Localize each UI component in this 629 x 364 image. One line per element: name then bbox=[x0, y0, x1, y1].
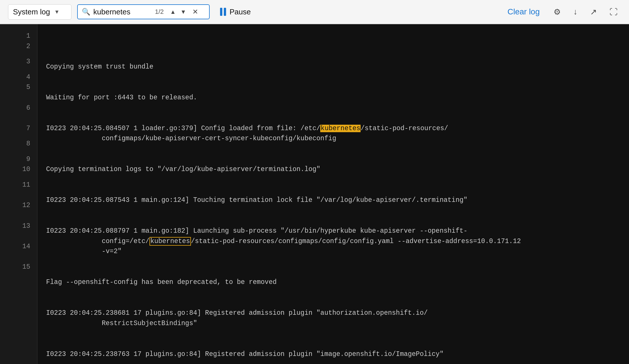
download-icon: ↓ bbox=[573, 7, 577, 16]
external-link-button[interactable]: ↗ bbox=[587, 5, 600, 19]
log-line-7: Flag --openshift-config has been depreca… bbox=[46, 277, 620, 288]
log-line-3: I0223 20:04:25.084507 1 loader.go:379] C… bbox=[46, 124, 620, 144]
search-nav: ▲ ▼ bbox=[168, 8, 188, 16]
search-box: 🔍 1/2 ▲ ▼ ✕ bbox=[77, 4, 210, 19]
line-num-11: 11 bbox=[0, 175, 37, 195]
log-line-5: I0223 20:04:25.087543 1 main.go:124] Tou… bbox=[46, 195, 620, 206]
log-line-8: I0223 20:04:25.238681 17 plugins.go:84] … bbox=[46, 308, 620, 329]
search-count: 1/2 bbox=[155, 8, 164, 16]
line-num-12: 12 bbox=[0, 195, 37, 216]
line-num-13: 13 bbox=[0, 216, 37, 236]
chevron-down-icon: ▾ bbox=[55, 8, 58, 16]
line-numbers: 1 2 3 4 5 6 7 8 9 10 11 12 13 14 15 bbox=[0, 24, 37, 364]
line-num-3: 3 bbox=[0, 52, 37, 72]
line-num-9: 9 bbox=[0, 154, 37, 165]
settings-icon: ⚙ bbox=[554, 7, 561, 16]
fullscreen-icon: ⛶ bbox=[609, 7, 617, 16]
line-num-5: 5 bbox=[0, 82, 37, 93]
search-highlight-2: kubernetes bbox=[149, 237, 191, 246]
log-line-4: Copying termination logs to "/var/log/ku… bbox=[46, 164, 620, 175]
log-line-2: Waiting for port :6443 to be released. bbox=[46, 93, 620, 103]
line-num-15: 15 bbox=[0, 257, 37, 277]
log-line-9: I0223 20:04:25.238763 17 plugins.go:84] … bbox=[46, 349, 620, 360]
line-num-10: 10 bbox=[0, 164, 37, 175]
toolbar: System log ▾ 🔍 1/2 ▲ ▼ ✕ Pause Clear log… bbox=[0, 0, 629, 24]
clear-log-button[interactable]: Clear log bbox=[503, 5, 544, 19]
line-num-7: 7 bbox=[0, 124, 37, 134]
log-selector-dropdown[interactable]: System log ▾ bbox=[8, 4, 71, 20]
search-icon: 🔍 bbox=[82, 8, 90, 16]
line-num-6: 6 bbox=[0, 93, 37, 124]
external-link-icon: ↗ bbox=[590, 7, 597, 16]
line-num-14: 14 bbox=[0, 236, 37, 257]
log-selector-label: System log bbox=[13, 7, 50, 16]
pause-icon bbox=[220, 8, 226, 16]
settings-button[interactable]: ⚙ bbox=[550, 5, 564, 19]
pause-button[interactable]: Pause bbox=[215, 5, 255, 19]
search-next-button[interactable]: ▼ bbox=[179, 8, 188, 16]
log-content: Copying system trust bundle Waiting for … bbox=[37, 24, 629, 364]
search-input[interactable] bbox=[93, 7, 151, 16]
pause-label: Pause bbox=[230, 7, 251, 16]
line-num-1: 1 bbox=[0, 31, 37, 41]
log-line-6: I0223 20:04:25.088797 1 main.go:182] Lau… bbox=[46, 226, 620, 257]
line-num-4: 4 bbox=[0, 72, 37, 83]
log-line-1: Copying system trust bundle bbox=[46, 62, 620, 72]
line-num-2: 2 bbox=[0, 41, 37, 52]
log-area: 1 2 3 4 5 6 7 8 9 10 11 12 13 14 15 Copy… bbox=[0, 24, 629, 364]
fullscreen-button[interactable]: ⛶ bbox=[606, 5, 621, 19]
line-num-8: 8 bbox=[0, 134, 37, 154]
search-prev-button[interactable]: ▲ bbox=[168, 8, 178, 16]
search-highlight-1: kubernetes bbox=[320, 125, 361, 132]
download-button[interactable]: ↓ bbox=[570, 5, 581, 19]
search-close-button[interactable]: ✕ bbox=[191, 7, 200, 16]
